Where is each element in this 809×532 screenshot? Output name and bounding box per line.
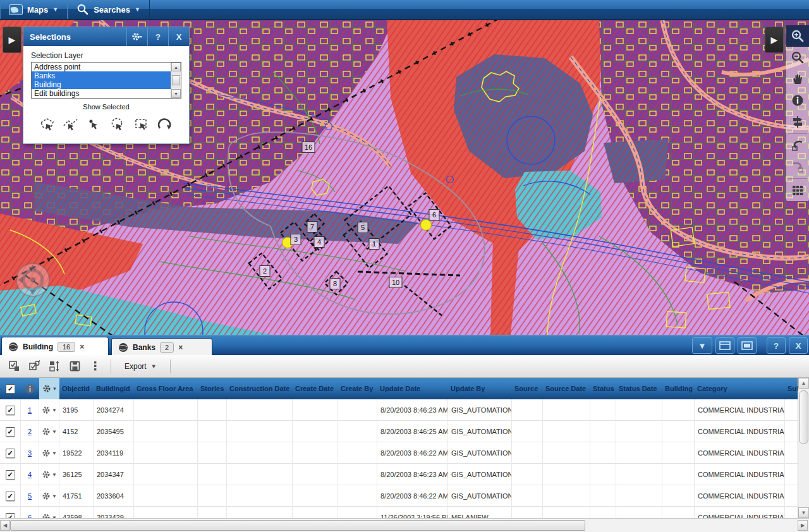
column-header-update_by[interactable]: Update By <box>448 385 512 392</box>
switch-selection-icon[interactable] <box>5 358 23 375</box>
zoom-out-tool[interactable] <box>786 47 809 68</box>
column-header-objectid[interactable]: Objectid <box>59 385 94 392</box>
row-number-link[interactable]: 1 <box>28 406 32 414</box>
scroll-right-icon[interactable]: ▶ <box>798 520 808 531</box>
export-button[interactable]: Export ▼ <box>118 360 163 373</box>
row-gear-menu[interactable]: ▼ <box>39 421 59 442</box>
scrollbar-thumb[interactable] <box>172 75 180 85</box>
select-all-checkbox[interactable] <box>6 384 15 394</box>
zoom-to-selected-icon[interactable] <box>25 358 43 375</box>
column-header-stories[interactable]: Stories <box>198 385 227 392</box>
row-checkbox[interactable] <box>6 470 15 480</box>
layer-option-edit-buildings[interactable]: Edit buildings <box>32 89 171 98</box>
searches-menu-button[interactable]: Searches ▼ <box>68 0 150 19</box>
tab-building[interactable]: Building 16 × <box>1 337 109 356</box>
selections-gear-menu-button[interactable] <box>126 27 147 46</box>
grid-gallery-tool[interactable] <box>786 179 809 201</box>
polygon-select-icon[interactable] <box>37 116 56 135</box>
right-panel-expand-button[interactable]: ▶ <box>765 27 784 53</box>
previous-extent-tool[interactable] <box>786 135 809 156</box>
scroll-down-icon[interactable]: ▼ <box>798 507 809 518</box>
map-viewport[interactable]: 167345162810 ▶ ▶ Selections ? X Selectio <box>0 20 809 335</box>
table-horizontal-scrollbar[interactable]: ◀ ▶ <box>0 518 809 532</box>
directions-tool[interactable] <box>786 111 809 133</box>
circle-select-icon[interactable] <box>109 116 128 135</box>
row-number-link[interactable]: 3 <box>28 449 32 457</box>
column-header-category[interactable]: Category <box>695 385 785 392</box>
row-order-icon[interactable] <box>46 358 63 375</box>
column-header-create_date[interactable]: Create Date <box>293 385 338 392</box>
save-icon[interactable] <box>66 358 83 375</box>
panel-maximize-button[interactable] <box>738 337 757 354</box>
panel-close-button[interactable]: X <box>789 337 808 354</box>
column-header-buildingid[interactable]: Buildingid <box>94 385 134 392</box>
row-gear-menu[interactable]: ▼ <box>39 485 59 507</box>
row-checkbox[interactable] <box>6 427 15 437</box>
column-header-source[interactable]: Source <box>512 385 543 392</box>
gear-icon <box>131 32 143 42</box>
more-options-kebab-icon[interactable] <box>86 358 104 375</box>
column-header-gross_floor_area[interactable]: Gross Floor Area <box>134 385 198 392</box>
cell-objectid: 36125 <box>59 464 94 485</box>
scroll-left-icon[interactable]: ◀ <box>0 520 10 531</box>
row-checkbox[interactable] <box>6 406 15 415</box>
row-number-link[interactable]: 4 <box>28 471 32 478</box>
column-header-update_date[interactable]: Update Date <box>377 385 448 392</box>
row-checkbox[interactable] <box>6 513 15 519</box>
bank-point[interactable] <box>421 220 432 231</box>
selections-help-button[interactable]: ? <box>147 27 168 46</box>
zoom-in-tool[interactable] <box>786 25 809 47</box>
row-gear-menu[interactable]: ▼ <box>39 442 59 464</box>
row-checkbox[interactable] <box>6 449 15 458</box>
tab-banks[interactable]: Banks 2 × <box>111 338 212 356</box>
column-header-status[interactable]: Status <box>590 385 616 392</box>
redo-selection-icon[interactable] <box>156 116 175 135</box>
cell-category: COMMERCIAL INDUSTRIAL <box>695 464 785 485</box>
panel-collapse-button[interactable]: ▼ <box>692 337 712 354</box>
selection-layer-listbox[interactable]: Address pointBanksBuildingEdit buildings… <box>31 62 181 99</box>
scroll-down-icon[interactable]: ▼ <box>171 89 181 98</box>
tab-banks-close-icon[interactable]: × <box>178 343 183 352</box>
row-gear-menu[interactable]: ▼ <box>39 507 59 518</box>
row-number-link[interactable]: 5 <box>28 492 32 500</box>
row-number-link[interactable]: 6 <box>28 514 32 518</box>
layer-option-banks[interactable]: Banks <box>32 71 171 80</box>
top-menu-bar: Maps ▼ Searches ▼ <box>0 0 809 20</box>
row-checkbox[interactable] <box>6 492 15 501</box>
left-panel-expand-button[interactable]: ▶ <box>3 27 21 53</box>
show-selected-link[interactable]: Show Selected <box>31 103 181 111</box>
pan-tool[interactable] <box>786 68 809 90</box>
row-number-link[interactable]: 2 <box>28 428 32 435</box>
panel-help-button[interactable]: ? <box>767 337 786 354</box>
scroll-up-icon[interactable]: ▲ <box>171 63 181 71</box>
compass-widget[interactable] <box>16 263 49 296</box>
table-vertical-scrollbar[interactable]: ▲ ▼ <box>798 378 809 518</box>
column-header-building[interactable]: Building <box>662 385 695 392</box>
point-select-icon[interactable] <box>85 116 104 135</box>
scrollbar-thumb[interactable] <box>799 390 808 444</box>
scrollbar-thumb[interactable] <box>10 520 585 531</box>
cell-update_by: MELANIEW <box>448 507 512 518</box>
panel-split-view-button[interactable] <box>715 337 734 354</box>
tab-building-close-icon[interactable]: × <box>80 342 84 351</box>
column-header-status_date[interactable]: Status Date <box>616 385 662 392</box>
scroll-up-icon[interactable]: ▲ <box>798 378 809 389</box>
column-header-source_date[interactable]: Source Date <box>543 385 590 392</box>
layer-option-address-point[interactable]: Address point <box>32 63 171 71</box>
selections-close-button[interactable]: X <box>168 27 189 46</box>
layer-option-building[interactable]: Building <box>32 80 171 89</box>
table-row: 2▼415220354958/20/2003 8:46:25 AMGIS_AUT… <box>0 421 798 442</box>
cell-update_date: 11/26/2002 3:19:56 PM <box>377 507 448 518</box>
maps-menu-label: Maps <box>27 5 48 15</box>
row-gear-menu[interactable]: ▼ <box>39 464 59 485</box>
column-header-construction_date[interactable]: Construction Date <box>227 385 293 392</box>
identify-tool[interactable] <box>786 90 809 111</box>
polyline-select-icon[interactable] <box>61 116 80 135</box>
rectangle-select-icon[interactable] <box>132 116 151 135</box>
row-gear-menu[interactable]: ▼ <box>39 399 59 421</box>
listbox-scrollbar[interactable]: ▲ ▼ <box>171 63 181 98</box>
maps-menu-button[interactable]: Maps ▼ <box>0 0 68 19</box>
header-gear-menu[interactable]: ▼ <box>39 378 59 399</box>
column-header-create_by[interactable]: Create By <box>338 385 377 392</box>
next-extent-tool[interactable] <box>786 156 809 178</box>
